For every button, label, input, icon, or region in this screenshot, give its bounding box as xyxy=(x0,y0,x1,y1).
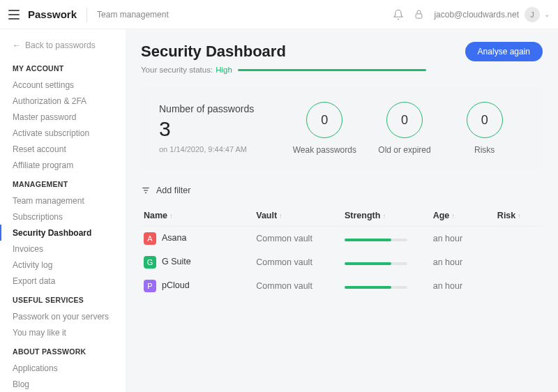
top-link-team-management[interactable]: Team management xyxy=(97,10,169,20)
app-icon: G xyxy=(144,256,156,269)
metric-value: 0 xyxy=(467,102,503,138)
sidebar-item-passwork-on-your-servers[interactable]: Passwork on your servers xyxy=(0,308,126,324)
app-icon: A xyxy=(144,232,156,245)
analyse-again-button[interactable]: Analyse again xyxy=(465,42,543,61)
password-count-value: 3 xyxy=(159,117,285,141)
status-value: High xyxy=(216,66,232,74)
timestamp: on 1/14/2020, 9:44:47 AM xyxy=(159,145,285,153)
sidebar-item-activity-log[interactable]: Activity log xyxy=(0,257,126,273)
cell-strength xyxy=(342,250,430,274)
metric-label: Weak passwords xyxy=(293,145,356,155)
back-to-passwords-link[interactable]: Back to passwords xyxy=(0,38,126,57)
cell-vault: Common vault xyxy=(253,227,342,251)
table-row[interactable]: GG SuiteCommon vaultan hour xyxy=(141,250,543,274)
sidebar-section-title: USEFUL SERVICES xyxy=(0,289,126,308)
metric-old-or-expired: 0Old or expired xyxy=(365,102,445,155)
strength-bar xyxy=(345,262,407,265)
metric-weak-passwords: 0Weak passwords xyxy=(285,102,365,155)
sidebar-item-affiliate-program[interactable]: Affiliate program xyxy=(0,157,126,173)
hamburger-menu-icon[interactable] xyxy=(8,10,20,20)
topbar: Passwork Team management jacob@cloudward… xyxy=(0,0,558,29)
metric-value: 0 xyxy=(386,102,423,138)
cell-risk xyxy=(495,227,543,251)
column-header-strength[interactable]: Strength↑ xyxy=(342,205,430,227)
sidebar: Back to passwords MY ACCOUNTAccount sett… xyxy=(0,29,126,392)
sidebar-item-activate-subscription[interactable]: Activate subscription xyxy=(0,125,126,141)
cell-strength xyxy=(342,274,430,298)
brand-logo: Passwork xyxy=(28,8,77,20)
avatar[interactable]: J xyxy=(525,7,540,22)
svg-rect-0 xyxy=(416,14,423,18)
chevron-down-icon[interactable]: ⌄ xyxy=(544,10,550,18)
column-header-age[interactable]: Age↑ xyxy=(430,205,495,227)
cell-name: AAsana xyxy=(141,227,253,251)
password-count-label: Number of passwords xyxy=(159,103,285,114)
sidebar-section-title: ABOUT PASSWORK xyxy=(0,340,126,360)
status-label: Your security status: xyxy=(141,66,213,74)
cell-strength xyxy=(342,227,430,251)
sidebar-item-security-dashboard[interactable]: Security Dashboard xyxy=(0,225,126,241)
sidebar-item-team-management[interactable]: Team management xyxy=(0,193,126,209)
metric-risks: 0Risks xyxy=(444,102,525,155)
sidebar-section-title: MY ACCOUNT xyxy=(0,57,126,77)
sidebar-item-blog[interactable]: Blog xyxy=(0,376,126,392)
bell-icon[interactable] xyxy=(393,9,404,20)
column-header-name[interactable]: Name↑ xyxy=(141,205,253,227)
passwords-table: Name↑Vault↑Strength↑Age↑Risk↑ AAsanaComm… xyxy=(141,205,543,298)
cell-vault: Common vault xyxy=(253,250,342,274)
filter-icon xyxy=(141,186,151,195)
add-filter-button[interactable]: Add filter xyxy=(141,186,543,195)
metric-label: Risks xyxy=(474,145,495,155)
column-header-vault[interactable]: Vault↑ xyxy=(253,205,342,227)
sidebar-item-reset-account[interactable]: Reset account xyxy=(0,141,126,157)
user-email: jacob@cloudwards.net xyxy=(434,10,519,20)
table-row[interactable]: AAsanaCommon vaultan hour xyxy=(141,227,543,251)
strength-bar xyxy=(345,239,407,241)
sidebar-item-account-settings[interactable]: Account settings xyxy=(0,77,126,93)
summary-panel: Number of passwords 3 on 1/14/2020, 9:44… xyxy=(141,86,543,170)
sidebar-item-export-data[interactable]: Export data xyxy=(0,273,126,289)
status-bar xyxy=(238,69,426,71)
cell-risk xyxy=(495,274,543,298)
sidebar-item-authorization-2fa[interactable]: Authorization & 2FA xyxy=(0,93,126,109)
sidebar-item-invoices[interactable]: Invoices xyxy=(0,241,126,257)
sidebar-item-you-may-like-it[interactable]: You may like it xyxy=(0,324,126,340)
lock-icon[interactable] xyxy=(414,9,424,20)
sidebar-section-title: MANAGEMENT xyxy=(0,173,126,193)
sidebar-item-applications[interactable]: Applications xyxy=(0,360,126,376)
cell-name: GG Suite xyxy=(141,250,253,274)
page-title: Security Dashboard xyxy=(141,43,286,61)
divider xyxy=(86,7,87,22)
cell-age: an hour xyxy=(430,274,495,298)
sidebar-item-master-password[interactable]: Master password xyxy=(0,109,126,125)
cell-age: an hour xyxy=(430,227,495,251)
cell-risk xyxy=(495,250,543,274)
cell-name: PpCloud xyxy=(141,274,253,298)
cell-age: an hour xyxy=(430,250,495,274)
metric-label: Old or expired xyxy=(378,145,430,155)
add-filter-label: Add filter xyxy=(156,186,190,195)
main-content: Security Dashboard Analyse again Your se… xyxy=(126,29,558,392)
cell-vault: Common vault xyxy=(253,274,342,298)
strength-bar xyxy=(345,286,407,289)
column-header-risk[interactable]: Risk↑ xyxy=(495,205,543,227)
metric-value: 0 xyxy=(306,102,342,138)
sidebar-item-subscriptions[interactable]: Subscriptions xyxy=(0,209,126,225)
table-row[interactable]: PpCloudCommon vaultan hour xyxy=(141,274,543,298)
app-icon: P xyxy=(144,280,156,292)
